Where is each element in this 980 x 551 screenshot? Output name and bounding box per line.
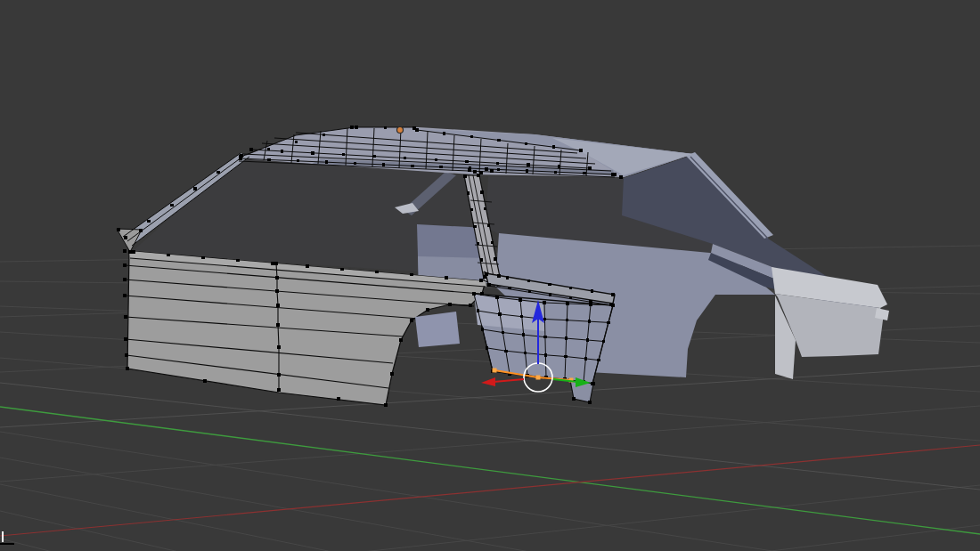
mesh-vertex[interactable] (448, 303, 451, 305)
mesh-vertex[interactable] (508, 287, 510, 289)
mesh-vertex[interactable] (549, 293, 551, 296)
mesh-vertex[interactable] (382, 163, 385, 166)
selected-vertex[interactable] (536, 376, 541, 380)
mesh-vertex[interactable] (277, 345, 280, 348)
3d-viewport[interactable] (0, 0, 980, 551)
mesh-vertex[interactable] (522, 333, 525, 336)
mesh-vertex[interactable] (340, 268, 343, 271)
mesh-vertex[interactable] (477, 309, 479, 312)
mesh-vertex[interactable] (249, 148, 252, 150)
mesh-vertex[interactable] (591, 289, 593, 292)
mesh-vertex[interactable] (240, 154, 242, 157)
mesh-vertex[interactable] (497, 139, 500, 142)
mesh-vertex[interactable] (384, 126, 387, 129)
mesh-vertex[interactable] (588, 401, 591, 403)
mesh-vertex[interactable] (566, 302, 568, 304)
mesh-vertex[interactable] (355, 126, 357, 128)
mesh-vertex[interactable] (125, 353, 127, 356)
mesh-vertex[interactable] (579, 149, 582, 151)
mesh-vertex[interactable] (558, 165, 560, 167)
object-origin-dot[interactable] (397, 127, 404, 134)
mesh-vertex[interactable] (526, 169, 528, 172)
mesh-vertex[interactable] (275, 276, 278, 279)
mesh-vertex[interactable] (481, 328, 484, 330)
mesh-vertex[interactable] (147, 220, 150, 223)
mesh-vertex[interactable] (479, 279, 482, 281)
mesh-vertex[interactable] (469, 304, 471, 306)
mesh-vertex[interactable] (589, 300, 592, 303)
mesh-vertex[interactable] (375, 271, 378, 273)
mesh-vertex[interactable] (528, 290, 531, 293)
mesh-vertex[interactable] (267, 158, 270, 161)
mesh-vertex[interactable] (139, 229, 142, 231)
mesh-vertex[interactable] (473, 225, 476, 228)
mesh-vertex[interactable] (506, 276, 509, 279)
mesh-vertex[interactable] (410, 273, 412, 276)
mesh-vertex[interactable] (504, 350, 507, 352)
mesh-vertex[interactable] (201, 256, 204, 259)
mesh-vertex[interactable] (588, 320, 591, 322)
mesh-vertex[interactable] (390, 372, 393, 375)
mesh-vertex[interactable] (123, 263, 126, 266)
mesh-vertex[interactable] (502, 331, 504, 334)
mesh-vertex[interactable] (548, 283, 551, 286)
mesh-vertex[interactable] (467, 191, 470, 194)
mesh-vertex[interactable] (480, 292, 483, 295)
mesh-vertex[interactable] (410, 319, 412, 321)
mesh-vertex[interactable] (277, 373, 280, 376)
mesh-vertex[interactable] (495, 296, 498, 298)
mesh-vertex[interactable] (443, 132, 445, 134)
mesh-vertex[interactable] (124, 337, 127, 340)
mesh-vertex[interactable] (554, 171, 557, 174)
mesh-vertex[interactable] (543, 301, 545, 304)
mesh-vertex[interactable] (485, 167, 487, 170)
mesh-vertex[interactable] (483, 275, 486, 278)
mesh-vertex[interactable] (524, 352, 527, 354)
mesh-vertex[interactable] (602, 340, 605, 343)
mesh-vertex[interactable] (445, 276, 447, 279)
mesh-vertex[interactable] (128, 250, 131, 253)
mesh-vertex[interactable] (170, 204, 173, 207)
mesh-vertex[interactable] (203, 379, 206, 382)
mesh-vertex[interactable] (472, 292, 475, 295)
mesh-vertex[interactable] (384, 403, 387, 406)
mesh-vertex[interactable] (552, 145, 555, 148)
mesh-vertex[interactable] (372, 155, 375, 158)
mesh-vertex[interactable] (342, 153, 345, 156)
mesh-vertex[interactable] (584, 357, 587, 360)
mesh-vertex[interactable] (123, 249, 126, 252)
mesh-vertex[interactable] (569, 296, 572, 299)
mesh-vertex[interactable] (271, 262, 274, 264)
mesh-vertex[interactable] (325, 160, 328, 163)
mesh-vertex[interactable] (117, 228, 119, 231)
mesh-vertex[interactable] (485, 272, 487, 275)
mesh-vertex[interactable] (496, 162, 499, 165)
mesh-vertex[interactable] (274, 262, 277, 264)
mesh-vertex[interactable] (354, 162, 356, 165)
mesh-vertex[interactable] (236, 259, 239, 262)
mesh-vertex[interactable] (520, 315, 523, 318)
mesh-vertex[interactable] (589, 303, 592, 305)
mesh-vertex[interactable] (494, 257, 496, 260)
mesh-vertex[interactable] (490, 169, 493, 172)
mesh-vertex[interactable] (297, 159, 299, 162)
mesh-vertex[interactable] (477, 242, 479, 245)
mesh-vertex[interactable] (399, 338, 402, 341)
mesh-vertex[interactable] (132, 250, 135, 253)
mesh-vertex[interactable] (275, 289, 278, 292)
mesh-vertex[interactable] (126, 367, 128, 369)
mesh-vertex[interactable] (124, 315, 127, 318)
mesh-vertex[interactable] (591, 382, 593, 385)
mesh-vertex[interactable] (463, 174, 466, 177)
mesh-vertex[interactable] (435, 158, 437, 161)
mesh-vertex[interactable] (306, 264, 308, 267)
mesh-vertex[interactable] (311, 151, 314, 154)
mesh-vertex[interactable] (611, 293, 614, 296)
mesh-vertex[interactable] (470, 135, 473, 138)
mesh-vertex[interactable] (619, 175, 622, 178)
selected-vertex[interactable] (493, 369, 497, 373)
mesh-vertex[interactable] (470, 208, 473, 211)
mesh-vertex[interactable] (193, 187, 196, 190)
mesh-vertex[interactable] (543, 336, 546, 338)
mesh-vertex[interactable] (586, 338, 589, 341)
